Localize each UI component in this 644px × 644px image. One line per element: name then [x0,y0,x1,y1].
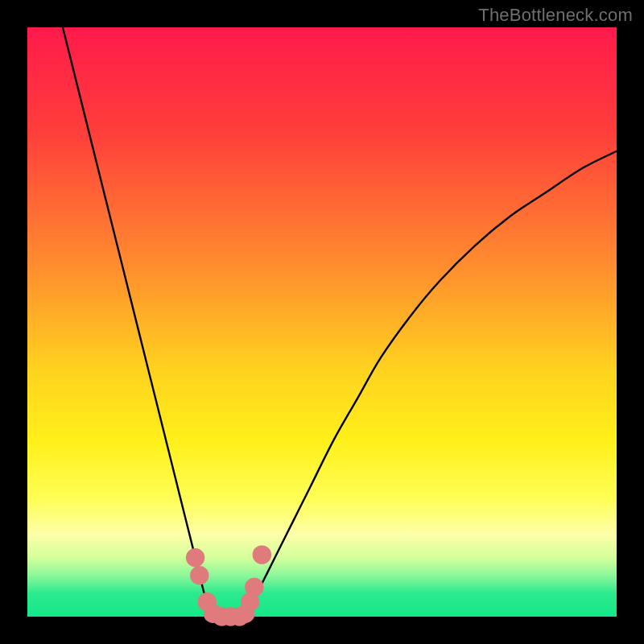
chart-frame: TheBottleneck.com [0,0,644,644]
marker-dot [190,566,208,584]
marker-dot [245,578,263,597]
left-curve [63,27,216,617]
marker-dot [253,545,271,564]
marker-group [186,545,271,625]
marker-dot [186,548,204,567]
watermark-text: TheBottleneck.com [478,5,633,26]
right-curve [246,151,617,617]
chart-svg [27,27,617,617]
